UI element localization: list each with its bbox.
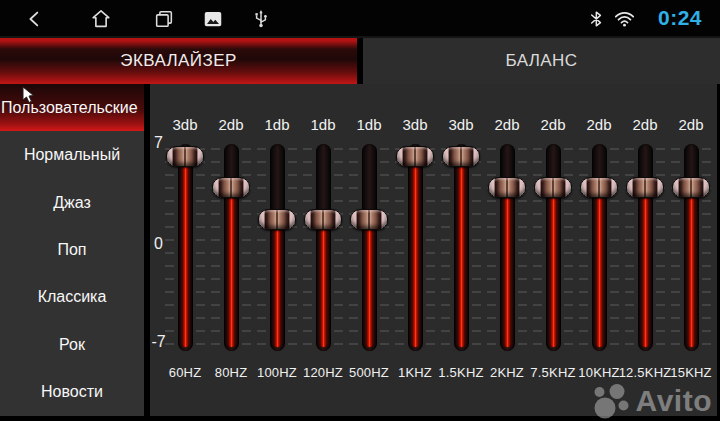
sidebar-item-label: Классика: [38, 288, 107, 306]
slider-knob[interactable]: [166, 146, 204, 167]
slider-knob[interactable]: [304, 209, 342, 230]
band-freq-label: 2KHZ: [490, 365, 524, 380]
tick-marks-left: [441, 148, 450, 347]
slider-track[interactable]: [684, 144, 699, 351]
eq-band-8: 2db7.5KHZ: [530, 84, 576, 380]
slider-track[interactable]: [500, 144, 515, 351]
slider-track[interactable]: [454, 144, 469, 351]
tick-marks-left: [303, 148, 312, 347]
slider-knob[interactable]: [580, 177, 618, 198]
tick-marks-left: [257, 148, 266, 347]
slider-knob[interactable]: [488, 177, 526, 198]
slider-knob[interactable]: [626, 177, 664, 198]
band-gain-label: 2db: [218, 116, 243, 136]
slider-track[interactable]: [316, 144, 331, 351]
slider-track[interactable]: [270, 144, 285, 351]
eq-band-7: 2db2KHZ: [484, 84, 530, 380]
home-icon[interactable]: [90, 8, 112, 30]
tick-marks-right: [380, 148, 389, 347]
recents-icon[interactable]: [153, 8, 175, 30]
sidebar-item-3[interactable]: Поп: [0, 226, 144, 273]
slider-knob[interactable]: [534, 177, 572, 198]
sidebar-item-label: Поп: [57, 241, 86, 259]
sidebar-item-1[interactable]: Нормальный: [0, 131, 144, 178]
slider-fill: [412, 162, 419, 347]
tick-marks-left: [165, 148, 174, 347]
status-bar: 0:24: [0, 0, 720, 38]
band-gain-label: 3db: [448, 116, 473, 136]
usb-icon[interactable]: [250, 8, 272, 30]
equalizer-panel: 7 0 -7 3db60HZ2db80HZ1db100HZ1db120HZ1db…: [150, 84, 717, 416]
sidebar-item-4[interactable]: Классика: [0, 274, 144, 321]
band-slider: [208, 144, 254, 351]
eq-bands: 3db60HZ2db80HZ1db100HZ1db120HZ1db500HZ3d…: [162, 84, 714, 380]
slider-knob[interactable]: [350, 209, 388, 230]
tab-equalizer-label: ЭКВАЛАЙЗЕР: [120, 51, 236, 71]
band-freq-label: 15KHZ: [670, 365, 711, 380]
slider-track[interactable]: [592, 144, 607, 351]
sidebar: ПользовательскиеНормальныйДжазПопКлассик…: [0, 84, 144, 416]
band-freq-label: 1KHZ: [398, 365, 432, 380]
gallery-icon[interactable]: [204, 11, 222, 27]
bluetooth-icon[interactable]: [586, 8, 607, 30]
band-slider: [438, 144, 484, 351]
back-icon[interactable]: [24, 8, 46, 30]
slider-fill: [182, 162, 189, 347]
slider-fill: [596, 193, 603, 347]
slider-track[interactable]: [546, 144, 561, 351]
slider-track[interactable]: [224, 144, 239, 351]
sidebar-item-5[interactable]: Рок: [0, 321, 144, 368]
wifi-icon[interactable]: [613, 8, 636, 30]
sidebar-item-2[interactable]: Джаз: [0, 179, 144, 226]
eq-band-9: 2db10KHZ: [576, 84, 622, 380]
slider-track[interactable]: [638, 144, 653, 351]
slider-knob[interactable]: [442, 146, 480, 167]
tick-marks-right: [472, 148, 481, 347]
band-freq-label: 80HZ: [215, 365, 248, 380]
band-slider: [346, 144, 392, 351]
slider-track[interactable]: [178, 144, 193, 351]
band-gain-label: 1db: [356, 116, 381, 136]
tick-marks-right: [334, 148, 343, 347]
band-slider: [668, 144, 714, 351]
slider-knob[interactable]: [672, 177, 710, 198]
band-gain-label: 2db: [678, 116, 703, 136]
band-slider: [576, 144, 622, 351]
slider-fill: [320, 225, 327, 347]
slider-fill: [228, 193, 235, 347]
tick-marks-right: [288, 148, 297, 347]
tick-marks-right: [196, 148, 205, 347]
tab-equalizer[interactable]: ЭКВАЛАЙЗЕР: [0, 38, 357, 84]
tab-balance[interactable]: БАЛАНС: [363, 38, 720, 84]
band-gain-label: 2db: [632, 116, 657, 136]
band-freq-label: 12.5KHZ: [619, 365, 672, 380]
band-gain-label: 1db: [310, 116, 335, 136]
eq-band-0: 3db60HZ: [162, 84, 208, 380]
band-gain-label: 3db: [402, 116, 427, 136]
sidebar-item-6[interactable]: Новости: [0, 369, 144, 416]
sidebar-item-label: Рок: [59, 336, 85, 354]
eq-band-4: 1db500HZ: [346, 84, 392, 380]
sidebar-item-label: Джаз: [53, 194, 91, 212]
slider-knob[interactable]: [258, 209, 296, 230]
eq-band-6: 3db1.5KHZ: [438, 84, 484, 380]
head-unit-screen: 0:24 ЭКВАЛАЙЗЕР БАЛАНС ПользовательскиеН…: [0, 0, 720, 421]
slider-knob[interactable]: [396, 146, 434, 167]
slider-track[interactable]: [408, 144, 423, 351]
band-gain-label: 2db: [494, 116, 519, 136]
band-slider: [300, 144, 346, 351]
tick-marks-right: [426, 148, 435, 347]
band-freq-label: 7.5KHZ: [530, 365, 575, 380]
band-freq-label: 120HZ: [303, 365, 343, 380]
tab-balance-label: БАЛАНС: [506, 51, 578, 71]
eq-band-10: 2db12.5KHZ: [622, 84, 668, 380]
slider-track[interactable]: [362, 144, 377, 351]
slider-fill: [366, 225, 373, 347]
eq-band-11: 2db15KHZ: [668, 84, 714, 380]
sidebar-item-0[interactable]: Пользовательские: [0, 84, 144, 131]
band-slider: [162, 144, 208, 351]
band-gain-label: 2db: [540, 116, 565, 136]
eq-band-3: 1db120HZ: [300, 84, 346, 380]
band-freq-label: 1.5KHZ: [438, 365, 483, 380]
slider-knob[interactable]: [212, 177, 250, 198]
